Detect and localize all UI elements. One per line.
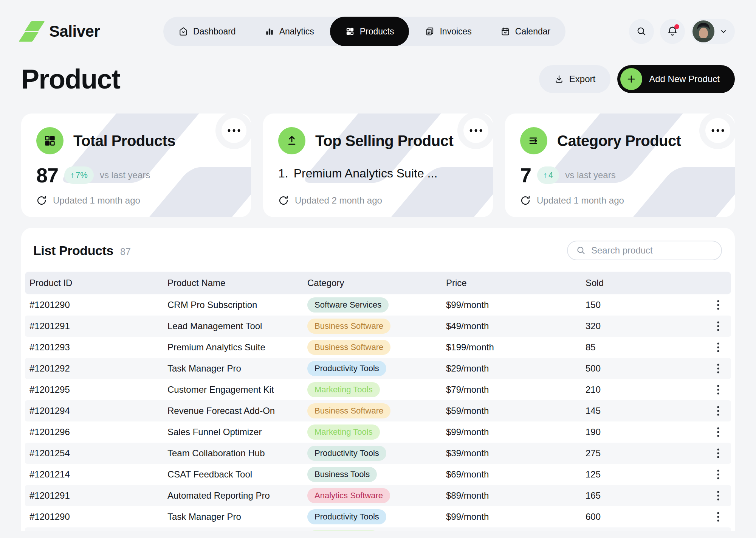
row-actions-button[interactable] — [710, 469, 727, 480]
table-row: #1201292Task Manager ProProductivity Too… — [25, 358, 731, 379]
row-actions-button[interactable] — [710, 342, 727, 353]
export-button[interactable]: Export — [539, 65, 610, 93]
row-actions-button[interactable] — [710, 490, 727, 501]
notification-badge — [674, 24, 679, 29]
rank-number: 1. — [278, 166, 288, 180]
category-badge: Marketing Tools — [307, 424, 380, 440]
cell-category: Business Software — [307, 403, 446, 418]
calendar-icon — [500, 26, 510, 36]
total-products-menu-button[interactable] — [222, 118, 246, 143]
refresh-icon — [36, 195, 47, 206]
cell-price: $79/month — [446, 384, 586, 395]
search-button[interactable] — [629, 19, 654, 44]
total-products-card: Total Products 87 ↑7% vs last years Upda… — [21, 114, 251, 217]
kebab-icon — [717, 511, 720, 522]
ellipsis-icon — [228, 129, 240, 132]
nav-tab-analytics[interactable]: Analytics — [252, 19, 327, 44]
top-selling-card: Top Selling Product 1. Premium Analytics… — [263, 114, 493, 217]
cell-sold: 145 — [586, 406, 710, 416]
download-icon — [554, 74, 564, 84]
cell-product-name: Sales Funnel Optimizer — [167, 427, 307, 437]
category-product-menu-button[interactable] — [705, 118, 730, 143]
cell-product-id: #1201295 — [29, 384, 167, 395]
brand-logo: Saliver — [21, 20, 100, 43]
notifications-button[interactable] — [660, 19, 685, 44]
row-actions-button[interactable] — [710, 363, 727, 374]
cell-product-name: Task Manager Pro — [167, 363, 307, 374]
arrow-up-icon: ↑ — [543, 170, 547, 180]
cell-price: $39/month — [446, 448, 586, 459]
nav-label: Dashboard — [193, 26, 236, 37]
table-row: #1201291Automated Reporting ProAnalytics… — [25, 485, 731, 506]
row-actions-button[interactable] — [710, 320, 727, 332]
cell-price: $89/month — [446, 490, 586, 501]
search-product-input[interactable] — [591, 245, 713, 256]
table-row: #1201291Lead Management ToolBusiness Sof… — [25, 316, 731, 337]
list-products-count: 87 — [120, 246, 131, 257]
row-actions-button[interactable] — [710, 405, 727, 417]
cell-sold: 165 — [586, 490, 710, 501]
main-nav: DashboardAnalyticsProductsInvoicesCalend… — [163, 17, 565, 46]
cell-sold: 600 — [586, 512, 710, 522]
cell-product-name: CRM Pro Subscription — [167, 300, 307, 310]
add-new-product-button[interactable]: Add New Product — [617, 65, 735, 93]
user-menu[interactable] — [691, 19, 735, 44]
row-actions-button[interactable] — [710, 448, 727, 459]
category-list-icon — [520, 127, 547, 154]
cell-price: $49/month — [446, 321, 586, 331]
row-actions-button[interactable] — [710, 299, 727, 311]
cell-product-name: Premium Analytics Suite — [167, 342, 307, 353]
row-actions-button[interactable] — [710, 384, 727, 395]
kebab-icon — [717, 299, 720, 311]
header-actions — [629, 19, 735, 44]
cell-product-name: Revenue Forecast Add-On — [167, 406, 307, 416]
category-badge: Productivity Tools — [307, 446, 386, 461]
cell-product-name: Team Collaboration Hub — [167, 448, 307, 459]
cell-product-id: #1201291 — [29, 321, 167, 331]
col-product-name: Product Name — [167, 278, 307, 288]
nav-tab-calendar[interactable]: Calendar — [488, 19, 563, 44]
category-badge: Analytics Software — [307, 488, 390, 503]
row-actions-button[interactable] — [710, 426, 727, 438]
kebab-icon — [717, 320, 720, 332]
kebab-icon — [717, 342, 720, 353]
cell-sold: 210 — [586, 384, 710, 395]
category-product-value: 7 — [520, 163, 531, 187]
arrow-up-icon: ↑ — [70, 170, 74, 180]
nav-tab-dashboard[interactable]: Dashboard — [166, 19, 249, 44]
cell-sold: 320 — [586, 321, 710, 331]
cell-category: Productivity Tools — [307, 509, 446, 524]
avatar — [692, 20, 714, 42]
grid-icon — [345, 26, 355, 36]
category-product-card: Category Product 7 ↑4 vs last years Upda… — [505, 114, 735, 217]
cell-product-id: #1201290 — [29, 300, 167, 310]
page-header: Product Export Add New Product — [21, 64, 735, 95]
cell-sold: 190 — [586, 427, 710, 437]
category-badge: Business Tools — [307, 467, 377, 482]
cell-price: $69/month — [446, 469, 586, 480]
table-row: #1201254Team Collaboration HubProductivi… — [25, 443, 731, 464]
brand-name: Saliver — [49, 22, 100, 40]
col-product-id: Product ID — [29, 278, 167, 288]
cell-category: Marketing Tools — [307, 530, 446, 531]
table-row: #1201296Sales Funnel OptimizerMarketing … — [25, 421, 731, 443]
brand-logo-icon — [21, 20, 43, 43]
nav-label: Products — [360, 26, 394, 37]
cell-category: Analytics Software — [307, 488, 446, 503]
bar-chart-icon — [265, 26, 274, 36]
table-row: #1201256Customer Engagement KitMarketing… — [25, 527, 731, 531]
top-selling-menu-button[interactable] — [463, 118, 488, 143]
card-title: Category Product — [557, 132, 681, 149]
search-product-box[interactable] — [567, 241, 722, 260]
row-actions-button[interactable] — [710, 511, 727, 522]
nav-tab-products[interactable]: Products — [330, 17, 409, 46]
category-badge: Business Software — [307, 403, 390, 418]
upload-icon — [278, 127, 305, 154]
chevron-down-icon — [719, 27, 728, 36]
nav-tab-invoices[interactable]: Invoices — [412, 19, 484, 44]
cell-product-id: #1201296 — [29, 427, 167, 437]
delta-badge: ↑7% — [64, 166, 94, 184]
search-icon — [636, 26, 647, 37]
category-badge: Marketing Tools — [307, 530, 380, 531]
export-label: Export — [569, 74, 595, 84]
